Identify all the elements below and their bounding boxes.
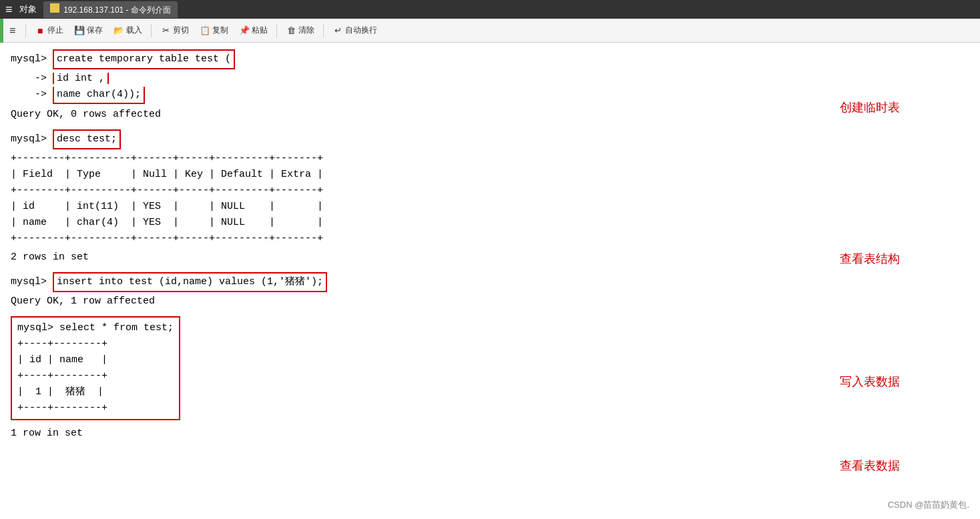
- block1-prompt2: ->: [11, 73, 53, 84]
- block4-table: +----+--------+ | id | name | +----+----…: [17, 336, 174, 416]
- annotation-desc-table: 查看表结构: [840, 249, 900, 269]
- block4-cmd: select * from test;: [59, 322, 174, 334]
- cut-button[interactable]: ✂ 剪切: [156, 23, 193, 38]
- block1-result: Query OK, 0 rows affected: [11, 107, 969, 123]
- separator-3: [276, 24, 277, 37]
- paste-button[interactable]: 📌 粘贴: [235, 23, 272, 38]
- block4-cmd-line: mysql> select * from test;: [17, 320, 174, 336]
- stop-button[interactable]: ■ 停止: [31, 23, 67, 38]
- block2-cmd: desc test;: [57, 133, 117, 145]
- paste-label: 粘贴: [252, 25, 268, 36]
- block4-outer: mysql> select * from test; +----+-------…: [11, 316, 180, 420]
- save-button[interactable]: 💾 保存: [70, 23, 107, 38]
- block3: mysql> insert into test (id,name) values…: [11, 272, 969, 292]
- clear-button[interactable]: 🗑 清除: [282, 23, 318, 38]
- block1-cmd-line1: create temporary table test (: [57, 53, 231, 65]
- annotation-insert: 写入表数据: [840, 372, 900, 392]
- block2-table: +--------+----------+------+-----+------…: [11, 151, 969, 247]
- block1-prompt3: ->: [11, 89, 53, 100]
- block3-result: Query OK, 1 row affected: [11, 294, 969, 310]
- block3-command-box: insert into test (id,name) values (1,'猪猪…: [53, 272, 327, 292]
- copy-icon: 📋: [200, 25, 210, 36]
- annotation-select: 查看表数据: [840, 456, 900, 476]
- autorun-icon: ↵: [332, 25, 343, 36]
- block1-line3-wrap: -> name char(4));: [11, 87, 969, 104]
- stop-icon: ■: [35, 25, 45, 36]
- clear-label: 清除: [298, 25, 314, 36]
- block1-command-box: create temporary table test (: [53, 49, 235, 69]
- load-button[interactable]: 📂 载入: [109, 23, 146, 38]
- autorun-label: 自动换行: [345, 25, 377, 36]
- paste-icon: 📌: [239, 25, 250, 36]
- cut-icon: ✂: [160, 25, 171, 36]
- title-bar: ≡ 对象 192.168.137.101 - 命令列介面: [0, 0, 980, 19]
- context-label: 对象: [19, 3, 37, 15]
- terminal-icon: [50, 3, 59, 13]
- save-icon: 💾: [74, 25, 85, 36]
- tab-active[interactable]: 192.168.137.101 - 命令列介面: [43, 1, 178, 18]
- watermark: CSDN @苗苗奶黄包.: [888, 498, 969, 512]
- terminal-area: mysql> create temporary table test ( -> …: [0, 43, 980, 519]
- block1-cmd-line3-box: name char(4));: [53, 87, 145, 104]
- block2: mysql> desc test;: [11, 129, 969, 149]
- copy-label: 复制: [212, 25, 228, 36]
- cut-label: 剪切: [173, 25, 189, 36]
- block1-result-text: Query OK, 0 rows affected: [11, 109, 161, 120]
- load-label: 载入: [126, 25, 142, 36]
- autorun-button[interactable]: ↵ 自动换行: [328, 23, 381, 38]
- block4-result-text: 1 row in set: [11, 428, 83, 439]
- block2-prompt: mysql>: [11, 133, 53, 145]
- block3-prompt: mysql>: [11, 276, 53, 288]
- block1-cmd-line2: id int ,: [57, 73, 105, 84]
- block1: mysql> create temporary table test (: [11, 49, 969, 69]
- block3-cmd: insert into test (id,name) values (1,'猪猪…: [57, 276, 323, 288]
- block4-prompt: mysql>: [17, 322, 59, 334]
- save-label: 保存: [87, 25, 103, 36]
- block2-result-text: 2 rows in set: [11, 251, 89, 263]
- menu-icon: ≡: [9, 25, 15, 37]
- separator-2: [151, 24, 152, 37]
- block4-result: 1 row in set: [11, 426, 969, 442]
- block1-prompt: mysql>: [11, 53, 53, 65]
- toolbar: ≡ ■ 停止 💾 保存 📂 载入 ✂ 剪切 📋 复制 📌 粘贴 🗑 清除 ↵ 自…: [0, 19, 980, 43]
- stop-label: 停止: [47, 25, 63, 36]
- block1-cmd-line3: name char(4));: [57, 89, 141, 100]
- block3-result-text: Query OK, 1 row affected: [11, 296, 155, 307]
- block1-line2-wrap: -> id int ,: [11, 71, 969, 87]
- hamburger-icon[interactable]: ≡: [5, 3, 13, 17]
- clear-icon: 🗑: [286, 25, 296, 36]
- menu-button[interactable]: ≡: [4, 22, 21, 39]
- block1-cmd-line2-box: id int ,: [53, 73, 109, 84]
- block2-command-box: desc test;: [53, 129, 121, 149]
- block2-result: 2 rows in set: [11, 249, 969, 266]
- block2-table-wrap: +--------+----------+------+-----+------…: [11, 151, 969, 247]
- annotation-create-table: 创建临时表: [840, 98, 900, 117]
- separator-1: [25, 24, 26, 37]
- tab-title: 192.168.137.101 - 命令列介面: [63, 5, 171, 15]
- copy-button[interactable]: 📋 复制: [196, 23, 232, 38]
- separator-4: [323, 24, 324, 37]
- load-icon: 📂: [113, 25, 124, 36]
